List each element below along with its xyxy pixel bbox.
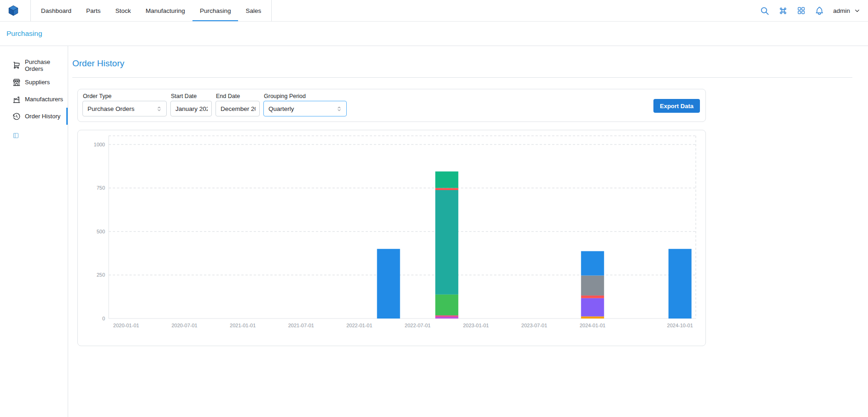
x-tick-label: 2022-01-01 [346, 323, 372, 328]
sidebar-item-manufacturers[interactable]: Manufacturers [0, 91, 68, 108]
title-divider [72, 77, 852, 78]
start-date-label: Start Date [171, 93, 212, 99]
x-tick-label: 2022-07-01 [405, 323, 431, 328]
history-icon [12, 112, 21, 121]
x-tick-label: 2024-01-01 [580, 323, 606, 328]
search-icon[interactable] [760, 6, 769, 16]
grid-icon[interactable] [797, 6, 806, 15]
end-date-input[interactable] [216, 101, 260, 116]
x-tick-label: 2021-01-01 [230, 323, 256, 328]
order-type-value: Purchase Orders [87, 105, 134, 112]
order-history-chart[interactable]: 025050075010002020-01-012020-07-012021-0… [78, 130, 705, 346]
x-tick-label: 2023-07-01 [521, 323, 547, 328]
chart-bar-segment[interactable] [377, 249, 400, 319]
chart-bar-segment[interactable] [435, 172, 458, 188]
sidebar-item-label: Purchase Orders [25, 58, 68, 72]
sidebar-item-suppliers[interactable]: Suppliers [0, 74, 68, 91]
chart-bar-segment[interactable] [435, 295, 458, 315]
x-tick-label: 2023-01-01 [463, 323, 489, 328]
order-type-label: Order Type [83, 93, 167, 99]
y-tick-label: 0 [102, 316, 105, 321]
inventree-logo-icon [7, 5, 19, 17]
nav-tab-manufacturing[interactable]: Manufacturing [138, 0, 192, 21]
export-data-button[interactable]: Export Data [653, 99, 700, 113]
nav-tab-parts[interactable]: Parts [79, 0, 108, 21]
end-date-label: End Date [216, 93, 260, 99]
navbar-actions: admin [760, 6, 861, 16]
y-tick-label: 250 [97, 272, 105, 278]
order-type-field: Order Type Purchase Orders [82, 93, 167, 122]
chart-bar-segment[interactable] [581, 298, 604, 317]
user-menu[interactable]: admin [833, 7, 861, 14]
filter-card: Order Type Purchase Orders Start Date En… [77, 89, 706, 122]
end-date-field: End Date [216, 93, 260, 122]
y-tick-label: 1000 [94, 142, 105, 147]
command-icon[interactable] [778, 6, 788, 16]
chart-bar-segment[interactable] [581, 316, 604, 319]
nav-tab-stock[interactable]: Stock [108, 0, 139, 21]
building-store-icon [12, 78, 21, 87]
x-tick-label: 2021-07-01 [288, 323, 314, 328]
chart-bar-segment[interactable] [581, 295, 604, 298]
sidebar-item-label: Suppliers [25, 79, 50, 86]
grouping-period-select[interactable]: Quarterly [263, 101, 347, 116]
chart-bar-segment[interactable] [669, 249, 692, 319]
top-navbar: Dashboard Parts Stock Manufacturing Purc… [0, 0, 868, 22]
chart-bar-segment[interactable] [435, 190, 458, 295]
y-tick-label: 750 [97, 185, 105, 191]
start-date-field: Start Date [170, 93, 212, 122]
sidebar-item-label: Order History [25, 113, 60, 120]
chart-bar-segment[interactable] [435, 188, 458, 190]
grouping-period-value: Quarterly [268, 105, 294, 112]
nav-tab-purchasing[interactable]: Purchasing [192, 0, 239, 21]
sidebar-item-order-history[interactable]: Order History [0, 108, 68, 125]
chevron-down-icon [854, 7, 861, 14]
y-tick-label: 500 [97, 229, 105, 234]
order-type-select[interactable]: Purchase Orders [82, 101, 167, 116]
nav-tab-sales[interactable]: Sales [238, 0, 268, 21]
building-factory-icon [12, 95, 21, 104]
chart-card: 025050075010002020-01-012020-07-012021-0… [77, 130, 706, 346]
x-tick-label: 2020-01-01 [113, 323, 139, 328]
breadcrumb-purchasing[interactable]: Purchasing [6, 29, 42, 38]
bell-icon[interactable] [815, 6, 824, 16]
purchasing-sidebar: Purchase Orders Suppliers Manufacturers [0, 46, 68, 417]
order-history-panel: Order History Order Type Purchase Orders… [68, 46, 868, 417]
page-title: Order History [72, 58, 852, 69]
layout-sidebar-icon[interactable] [12, 132, 19, 139]
nav-tab-dashboard[interactable]: Dashboard [34, 0, 79, 21]
user-name: admin [833, 7, 850, 14]
x-tick-label: 2024-10-01 [667, 323, 693, 328]
app-logo[interactable] [7, 5, 19, 17]
chart-bar-segment[interactable] [435, 317, 458, 319]
grouping-period-field: Grouping Period Quarterly [263, 93, 347, 122]
selector-chevrons-icon [336, 105, 343, 112]
chart-bar-segment[interactable] [581, 276, 604, 295]
chart-bar-segment[interactable] [581, 251, 604, 276]
sidebar-item-label: Manufacturers [25, 96, 63, 103]
grouping-period-label: Grouping Period [264, 93, 347, 99]
selector-chevrons-icon [156, 105, 163, 112]
sidebar-item-purchase-orders[interactable]: Purchase Orders [0, 57, 68, 74]
start-date-input[interactable] [170, 101, 212, 116]
shopping-cart-icon [12, 61, 21, 70]
chart-bar-segment[interactable] [435, 315, 458, 317]
main-nav-tabs: Dashboard Parts Stock Manufacturing Purc… [30, 0, 272, 21]
breadcrumb-bar: Purchasing [0, 22, 868, 46]
x-tick-label: 2020-07-01 [171, 323, 197, 328]
